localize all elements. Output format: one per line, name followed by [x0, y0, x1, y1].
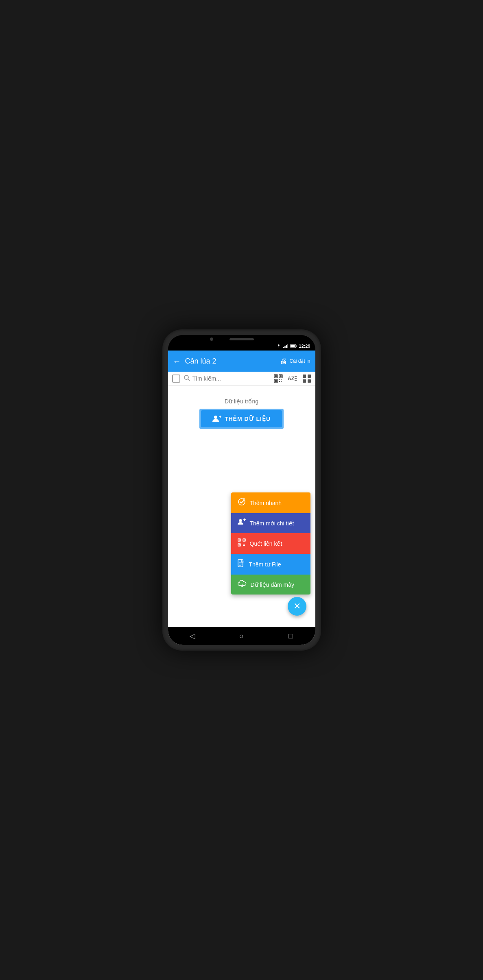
svg-rect-16 [281, 379, 282, 380]
fab-close-button[interactable]: ✕ [288, 597, 306, 616]
nav-back-button[interactable]: ◁ [186, 630, 199, 642]
svg-rect-18 [281, 381, 282, 382]
add-data-button[interactable]: THÊM DỮ LIỆU [201, 410, 282, 427]
add-data-label: THÊM DỮ LIỆU [225, 416, 271, 422]
svg-rect-42 [243, 544, 244, 544]
status-icons: 12:29 [276, 344, 310, 348]
svg-rect-5 [296, 346, 297, 347]
fab-add-file-label: Thêm từ File [249, 561, 281, 568]
speaker [229, 338, 254, 340]
cloud-data-icon [238, 580, 247, 589]
quick-add-icon [238, 498, 246, 508]
svg-rect-39 [243, 540, 245, 541]
fab-quick-add-label: Thêm nhanh [250, 500, 282, 506]
add-detail-icon [238, 518, 246, 528]
sensor [270, 338, 273, 341]
svg-rect-0 [283, 347, 284, 348]
scan-link-icon [238, 538, 246, 549]
back-button[interactable]: ← [173, 357, 181, 366]
svg-rect-24 [308, 375, 311, 378]
fab-quick-add[interactable]: Thêm nhanh [231, 492, 310, 513]
empty-data-label: Dữ liệu trống [225, 398, 258, 405]
qr-scan-icon[interactable] [274, 374, 283, 383]
wifi-icon [276, 344, 282, 348]
svg-rect-2 [286, 345, 287, 348]
phone-top [168, 335, 315, 342]
svg-point-33 [239, 519, 242, 522]
fab-scan-link-label: Quét liên kết [250, 540, 282, 547]
status-bar: 12:29 [168, 342, 315, 351]
nav-recent-button[interactable]: □ [284, 630, 297, 642]
search-input[interactable] [192, 375, 271, 382]
svg-text:AZ: AZ [288, 376, 294, 381]
svg-rect-26 [308, 379, 311, 383]
svg-rect-6 [291, 345, 295, 347]
time-display: 12:29 [299, 344, 310, 348]
search-container [184, 375, 271, 383]
svg-rect-45 [244, 545, 245, 546]
app-screen: ← Cân lúa 2 🖨 Cài đặt in [168, 351, 315, 645]
bottom-nav: ◁ ○ □ [168, 627, 315, 645]
grid-view-icon[interactable] [302, 374, 311, 383]
svg-rect-46 [238, 560, 243, 567]
svg-rect-25 [303, 379, 306, 383]
toolbar-icons: AZ [274, 374, 311, 383]
select-all-checkbox[interactable] [172, 375, 180, 383]
svg-rect-3 [287, 344, 288, 348]
battery-icon [290, 344, 297, 348]
svg-rect-12 [280, 375, 282, 377]
svg-rect-15 [279, 379, 280, 380]
fab-add-file[interactable]: Thêm từ File [231, 554, 310, 575]
print-settings-button[interactable]: 🖨 Cài đặt in [280, 357, 310, 366]
print-settings-label: Cài đặt in [289, 358, 310, 364]
toolbar-row: AZ [168, 372, 315, 386]
nav-home-button[interactable]: ○ [235, 630, 247, 642]
fab-cloud-data-label: Dữ liệu đám mây [251, 581, 294, 588]
add-file-icon [238, 559, 245, 569]
fab-menu: Thêm nhanh Thêm mới chi tiết [231, 492, 310, 595]
close-icon: ✕ [293, 601, 301, 612]
svg-rect-1 [285, 346, 286, 348]
signal-icon [283, 344, 288, 348]
phone-device: 12:29 ← Cân lúa 2 🖨 Cài đặt in [162, 329, 321, 651]
svg-rect-43 [244, 544, 245, 544]
fab-add-detail[interactable]: Thêm mới chi tiết [231, 513, 310, 533]
main-content: Dữ liệu trống THÊM DỮ LIỆU [168, 386, 315, 627]
app-bar-title: Cân lúa 2 [185, 357, 280, 366]
add-data-btn-container[interactable]: THÊM DỮ LIỆU [199, 409, 284, 429]
fab-scan-link[interactable]: Quét liên kết [231, 533, 310, 554]
sort-az-icon[interactable]: AZ [288, 375, 297, 382]
phone-screen: 12:29 ← Cân lúa 2 🖨 Cài đặt in [168, 335, 315, 645]
svg-rect-10 [275, 375, 277, 377]
fab-add-detail-label: Thêm mới chi tiết [250, 520, 294, 527]
svg-rect-37 [238, 540, 240, 541]
print-icon: 🖨 [280, 357, 287, 366]
fab-cloud-data[interactable]: Dữ liệu đám mây [231, 575, 310, 595]
svg-rect-44 [243, 545, 244, 546]
front-camera [210, 338, 213, 341]
svg-line-8 [188, 379, 190, 381]
svg-rect-14 [275, 380, 277, 382]
app-bar: ← Cân lúa 2 🖨 Cài đặt in [168, 351, 315, 372]
search-icon [184, 375, 190, 383]
svg-rect-41 [238, 544, 240, 546]
svg-rect-23 [303, 375, 306, 378]
svg-rect-17 [279, 381, 280, 382]
svg-point-27 [214, 416, 217, 419]
